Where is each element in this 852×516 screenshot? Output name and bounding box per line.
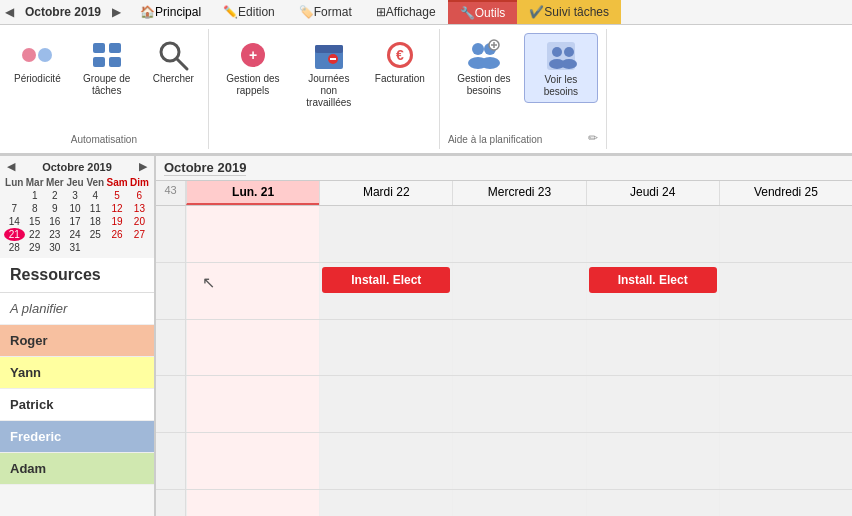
day-header-lun21[interactable]: Lun. 21 (186, 181, 319, 205)
tab-outils[interactable]: 🔧 Outils (448, 0, 518, 24)
cal-day[interactable]: 7 (4, 202, 25, 215)
cal-day[interactable]: 27 (129, 228, 150, 241)
cell-frederic-jeu24[interactable] (586, 433, 719, 489)
task-install-elect-roger-jeu24[interactable]: Install. Elect (589, 267, 717, 293)
cell-adam-jeu24[interactable] (586, 490, 719, 516)
tab-edition[interactable]: ✏️ Edition (211, 0, 287, 24)
cell-adam-mer23[interactable] (452, 490, 585, 516)
cell-yann-lun21[interactable] (186, 320, 319, 376)
cal-day[interactable]: 11 (85, 202, 105, 215)
cell-patrick-lun21[interactable] (186, 376, 319, 432)
resource-item-patrick[interactable]: Patrick (0, 389, 154, 421)
cal-day[interactable]: 24 (65, 228, 85, 241)
cell-adam-mar22[interactable] (319, 490, 452, 516)
day-header-mer23[interactable]: Mercredi 23 (452, 181, 585, 205)
cal-day[interactable]: 15 (25, 215, 45, 228)
cell-roger-mar22[interactable]: Install. Elect (319, 263, 452, 319)
day-header-mar22[interactable]: Mardi 22 (319, 181, 452, 205)
cell-patrick-ven25[interactable] (719, 376, 852, 432)
chercher-button[interactable]: Chercher (147, 33, 200, 89)
voir-besoins-button[interactable]: Voir les besoins (524, 33, 598, 103)
cal-day[interactable]: 5 (105, 189, 128, 202)
cal-day[interactable]: 26 (105, 228, 128, 241)
gestion-rappels-button[interactable]: + Gestion des rappels (217, 33, 289, 101)
cal-day[interactable]: 30 (45, 241, 65, 254)
cal-day[interactable]: 16 (45, 215, 65, 228)
cell-patrick-mer23[interactable] (452, 376, 585, 432)
tab-suivi[interactable]: ✔️ Suivi tâches (517, 0, 621, 24)
tab-affichage[interactable]: ⊞ Affichage (364, 0, 448, 24)
facturation-button[interactable]: € Facturation (369, 33, 431, 89)
cal-day[interactable] (85, 241, 105, 254)
day-header-jeu24[interactable]: Jeudi 24 (586, 181, 719, 205)
cal-day-today[interactable]: 21 (4, 228, 25, 241)
cell-yann-mer23[interactable] (452, 320, 585, 376)
cal-day[interactable]: 14 (4, 215, 25, 228)
cal-day[interactable]: 2 (45, 189, 65, 202)
svg-point-28 (561, 59, 577, 69)
task-install-elect-roger-mar22[interactable]: Install. Elect (322, 267, 450, 293)
tab-format[interactable]: 🏷️ Format (287, 0, 364, 24)
cell-patrick-jeu24[interactable] (586, 376, 719, 432)
cal-day[interactable]: 8 (25, 202, 45, 215)
cal-day[interactable] (129, 241, 150, 254)
cell-frederic-mer23[interactable] (452, 433, 585, 489)
cell-frederic-mar22[interactable] (319, 433, 452, 489)
section-aide-planification: Gestion des besoins Voir les besoins (440, 29, 607, 149)
periodicite-button[interactable]: Périodicité (8, 33, 67, 89)
cell-frederic-lun21[interactable] (186, 433, 319, 489)
cell-roger-mer23[interactable] (452, 263, 585, 319)
cal-day[interactable] (105, 241, 128, 254)
cell-yann-mar22[interactable] (319, 320, 452, 376)
cell-frederic-ven25[interactable] (719, 433, 852, 489)
cal-day[interactable]: 20 (129, 215, 150, 228)
cal-day[interactable] (4, 189, 25, 202)
cal-day[interactable]: 3 (65, 189, 85, 202)
mini-cal-prev[interactable]: ◀ (4, 160, 18, 173)
cal-day[interactable]: 23 (45, 228, 65, 241)
cal-day[interactable]: 12 (105, 202, 128, 215)
resource-item-adam[interactable]: Adam (0, 453, 154, 485)
cal-day[interactable]: 1 (25, 189, 45, 202)
cell-yann-ven25[interactable] (719, 320, 852, 376)
cell-yann-jeu24[interactable] (586, 320, 719, 376)
cal-day[interactable]: 18 (85, 215, 105, 228)
cal-day[interactable]: 4 (85, 189, 105, 202)
day-header-mer: Mer (45, 176, 65, 189)
cal-day[interactable]: 31 (65, 241, 85, 254)
cell-roger-lun21[interactable]: ↖ (186, 263, 319, 319)
cal-day[interactable]: 13 (129, 202, 150, 215)
resource-item-yann[interactable]: Yann (0, 357, 154, 389)
cell-a-planifier-lun21[interactable] (186, 206, 319, 262)
journees-non-travaillees-button[interactable]: Journées non travaillées (293, 33, 365, 113)
mini-cal-next[interactable]: ▶ (136, 160, 150, 173)
gestion-besoins-button[interactable]: Gestion des besoins (448, 33, 520, 101)
resource-item-a-planifier[interactable]: A planifier (0, 293, 154, 325)
cell-roger-ven25[interactable] (719, 263, 852, 319)
cal-day[interactable]: 22 (25, 228, 45, 241)
cell-adam-ven25[interactable] (719, 490, 852, 516)
cal-day[interactable]: 17 (65, 215, 85, 228)
cal-day[interactable]: 19 (105, 215, 128, 228)
cell-roger-jeu24[interactable]: Install. Elect (586, 263, 719, 319)
cell-a-planifier-mar22[interactable] (319, 206, 452, 262)
resource-item-roger[interactable]: Roger (0, 325, 154, 357)
day-header-ven25[interactable]: Vendredi 25 (719, 181, 852, 205)
cal-day[interactable]: 29 (25, 241, 45, 254)
cell-a-planifier-mer23[interactable] (452, 206, 585, 262)
cell-a-planifier-jeu24[interactable] (586, 206, 719, 262)
cal-day[interactable]: 9 (45, 202, 65, 215)
tab-principal[interactable]: 🏠 Principal (130, 0, 211, 24)
cal-day[interactable]: 25 (85, 228, 105, 241)
cell-a-planifier-ven25[interactable] (719, 206, 852, 262)
cal-day[interactable]: 28 (4, 241, 25, 254)
next-month-button[interactable]: ▶ (107, 3, 126, 21)
cell-adam-lun21[interactable] (186, 490, 319, 516)
cal-day[interactable]: 10 (65, 202, 85, 215)
resource-item-frederic[interactable]: Frederic (0, 421, 154, 453)
pencil-icon: ✏ (588, 131, 598, 145)
groupe-taches-button[interactable]: Groupe de tâches (71, 33, 143, 101)
cell-patrick-mar22[interactable] (319, 376, 452, 432)
cal-day[interactable]: 6 (129, 189, 150, 202)
prev-month-button[interactable]: ◀ (0, 3, 19, 21)
